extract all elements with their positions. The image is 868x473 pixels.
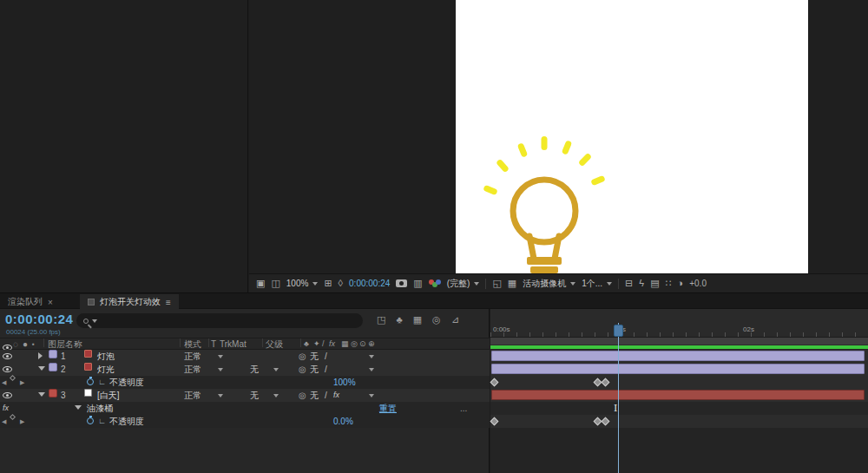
layer-row[interactable]: 3 [白天] 正常 无 ◎ 无 / fx xyxy=(0,389,490,402)
fx-badge[interactable]: fx xyxy=(333,389,339,402)
quality-icon: / xyxy=(322,338,325,350)
layer-duration-bar[interactable] xyxy=(491,351,865,361)
quality-toggle[interactable]: / xyxy=(325,363,327,376)
next-keyframe-icon[interactable]: ▶ xyxy=(20,415,24,428)
reset-link[interactable]: 重置 xyxy=(379,402,397,415)
track-row xyxy=(490,350,868,363)
graph-icon[interactable]: ∟ xyxy=(98,376,106,389)
layer-duration-bar[interactable] xyxy=(491,390,865,400)
property-row[interactable]: ◀ ▶ ∟ 不透明度 100% xyxy=(0,376,490,389)
previous-keyframe-icon[interactable]: ◀ xyxy=(2,376,6,389)
parent-dropdown[interactable]: 无 xyxy=(310,350,319,363)
quality-toggle[interactable]: / xyxy=(325,389,327,402)
expand-icon[interactable] xyxy=(38,352,46,359)
column-divider xyxy=(262,338,263,347)
motion-blur-icon: ◎ xyxy=(351,338,358,350)
motion-blur-master-button[interactable]: ◎ xyxy=(432,314,441,325)
mini-flowchart-button[interactable]: ◳ xyxy=(377,314,385,325)
time-ruler[interactable]: 0:00s 01s 02s xyxy=(490,309,868,338)
stopwatch-icon[interactable] xyxy=(87,378,94,385)
show-channels-icon[interactable] xyxy=(429,279,441,288)
add-keyframe-icon[interactable] xyxy=(10,414,16,420)
primary-viewer-icon[interactable]: ◫ xyxy=(271,279,279,288)
parent-pickwhip-icon[interactable]: ◎ xyxy=(299,363,306,376)
playhead-handle[interactable] xyxy=(614,325,623,337)
quality-toggle[interactable]: / xyxy=(325,350,327,363)
graph-editor-button[interactable]: ⊿ xyxy=(451,314,459,325)
mode-dropdown[interactable]: 正常 xyxy=(184,363,201,376)
work-area-bar[interactable] xyxy=(490,338,868,345)
layer-row[interactable]: 1 灯泡 正常 ◎ 无 / xyxy=(0,350,490,363)
tab-composition[interactable]: 灯泡开关灯动效 ≡ xyxy=(80,294,179,310)
panel-icon xyxy=(88,299,95,305)
parent-dropdown[interactable]: 无 xyxy=(310,363,319,376)
parent-dropdown[interactable]: 无 xyxy=(310,389,319,402)
collapse-expand-icon[interactable] xyxy=(38,366,45,374)
show-snapshot-icon[interactable]: ▥ xyxy=(413,279,422,288)
close-icon[interactable]: × xyxy=(48,298,53,307)
snapshot-camera-icon[interactable] xyxy=(396,279,407,287)
layer-row[interactable]: 2 灯光 正常 无 ◎ 无 / xyxy=(0,363,490,376)
flowchart-icon[interactable]: ∷ xyxy=(666,279,672,288)
resolution-select[interactable]: (完整) xyxy=(447,278,480,290)
toolbar-divider xyxy=(485,279,486,289)
next-keyframe-icon[interactable]: ▶ xyxy=(20,376,24,389)
label-color-chip[interactable] xyxy=(49,363,57,371)
transparency-grid-icon[interactable]: ▦ xyxy=(508,279,516,288)
previous-keyframe-icon[interactable]: ◀ xyxy=(2,415,6,428)
view-layout-select[interactable]: 1个... xyxy=(582,278,612,290)
panel-menu-icon[interactable]: ≡ xyxy=(166,298,171,307)
frame-blend-icon: ▦ xyxy=(341,338,349,350)
eye-icon[interactable] xyxy=(3,366,12,372)
mode-dropdown[interactable]: 正常 xyxy=(184,389,201,402)
track-row xyxy=(490,376,868,389)
exposure-value[interactable]: +0.0 xyxy=(689,279,707,288)
property-row[interactable]: ◀ ▶ ∟ 不透明度 0.0% xyxy=(0,415,490,428)
mask-paths-icon[interactable]: ◊ xyxy=(339,279,343,288)
layer-name: 灯泡 xyxy=(97,350,115,363)
property-value[interactable]: 0.0% xyxy=(333,415,353,428)
layer-number: 2 xyxy=(61,363,66,376)
search-input[interactable] xyxy=(100,315,356,326)
fast-preview-icon[interactable]: ϟ xyxy=(639,279,644,288)
composition-canvas[interactable] xyxy=(456,0,808,274)
tab-label: 灯泡开关灯动效 xyxy=(100,296,161,308)
pixel-aspect-icon[interactable]: ⊟ xyxy=(625,279,633,288)
composition-viewer-panel xyxy=(249,0,868,273)
add-keyframe-icon[interactable] xyxy=(10,375,16,381)
grid-guides-icon[interactable]: ⊞ xyxy=(324,279,332,288)
parent-pickwhip-icon[interactable]: ◎ xyxy=(299,389,306,402)
layer-duration-bar[interactable] xyxy=(491,364,865,374)
label-color-chip[interactable] xyxy=(49,350,57,358)
current-time-display[interactable]: 0:00:00:24 xyxy=(5,312,73,326)
collapse-expand-icon[interactable] xyxy=(75,405,82,413)
track-row xyxy=(490,363,868,376)
timeline-button-icon[interactable]: ▤ xyxy=(650,279,659,288)
always-preview-icon[interactable]: ▣ xyxy=(256,279,265,288)
frame-info: 00024 (25.00 fps) xyxy=(6,328,61,336)
column-t: T xyxy=(211,338,216,350)
frame-blend-master-button[interactable]: ▦ xyxy=(413,314,422,325)
parent-pickwhip-icon[interactable]: ◎ xyxy=(299,350,306,363)
label-color-chip[interactable] xyxy=(49,389,57,397)
viewer-timecode[interactable]: 0:00:00:24 xyxy=(349,279,390,288)
region-of-interest-icon[interactable]: ◱ xyxy=(492,279,501,288)
graph-icon[interactable]: ∟ xyxy=(98,415,106,428)
more-options[interactable]: ... xyxy=(460,402,467,415)
eye-icon[interactable] xyxy=(3,353,12,359)
effect-row[interactable]: fx 油漆桶 重置 ... xyxy=(0,402,490,415)
trkmat-dropdown[interactable]: 无 xyxy=(250,363,259,376)
zoom-select[interactable]: 100% xyxy=(286,279,319,288)
tab-render-queue[interactable]: 渲染队列 × xyxy=(0,294,61,310)
shy-master-button[interactable]: ♣ xyxy=(396,314,402,325)
eye-icon[interactable] xyxy=(3,392,12,398)
collapse-expand-icon[interactable] xyxy=(38,392,45,400)
search-box[interactable] xyxy=(76,313,363,328)
trkmat-dropdown[interactable]: 无 xyxy=(250,389,259,402)
mode-dropdown[interactable]: 正常 xyxy=(184,350,201,363)
camera-view-select[interactable]: 活动摄像机 xyxy=(523,278,575,290)
property-value[interactable]: 100% xyxy=(333,376,356,389)
view-layout-value: 1个... xyxy=(582,278,602,290)
stopwatch-icon[interactable] xyxy=(87,417,94,424)
reset-exposure-icon[interactable]: ◑ xyxy=(678,279,684,288)
